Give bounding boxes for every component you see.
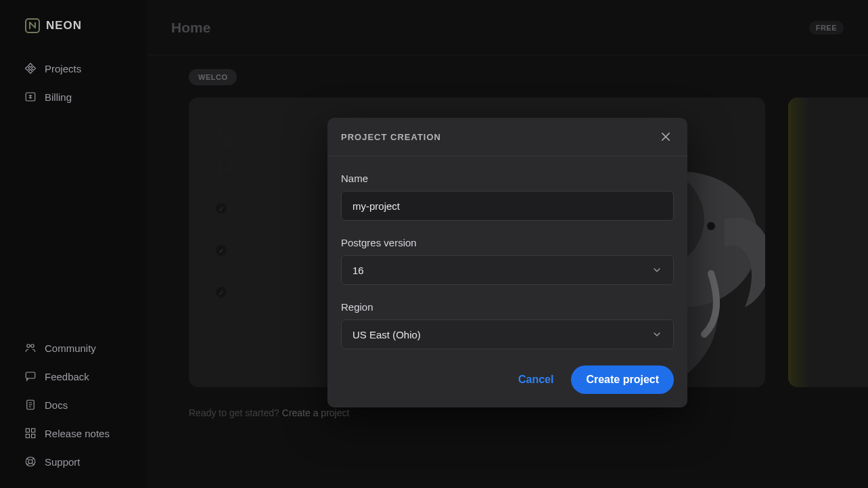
feedback-icon <box>24 370 37 382</box>
sidebar-item-label: Billing <box>45 91 72 103</box>
svg-rect-8 <box>26 435 29 438</box>
projects-icon <box>24 62 37 74</box>
name-input[interactable] <box>341 191 674 221</box>
docs-icon <box>24 399 37 411</box>
chevron-down-icon <box>652 329 662 340</box>
community-icon <box>24 342 37 354</box>
neon-logo-icon <box>24 18 41 34</box>
support-icon <box>24 456 37 468</box>
postgres-version-label: Postgres version <box>341 237 674 248</box>
modal-header: PROJECT CREATION <box>327 118 687 156</box>
sidebar-item-docs[interactable]: Docs <box>24 392 147 418</box>
sidebar: NEON Projects Billing Community <box>0 0 147 488</box>
sidebar-item-label: Community <box>45 342 96 354</box>
postgres-version-select[interactable]: 16 <box>341 255 674 285</box>
svg-point-3 <box>31 345 35 348</box>
nav-primary: Projects Billing <box>0 56 147 110</box>
svg-rect-4 <box>26 372 35 378</box>
nav-secondary: Community Feedback Docs Release notes <box>0 335 147 488</box>
sidebar-item-label: Release notes <box>45 428 110 439</box>
sidebar-item-feedback[interactable]: Feedback <box>24 363 147 389</box>
svg-point-2 <box>27 345 30 348</box>
billing-icon <box>24 91 37 103</box>
sidebar-item-billing[interactable]: Billing <box>24 84 147 110</box>
sidebar-item-release-notes[interactable]: Release notes <box>24 420 147 446</box>
cancel-button[interactable]: Cancel <box>514 367 557 393</box>
sidebar-item-community[interactable]: Community <box>24 335 147 361</box>
field-name: Name <box>341 173 674 221</box>
create-project-button[interactable]: Create project <box>571 365 674 394</box>
svg-point-11 <box>28 460 32 464</box>
field-postgres-version: Postgres version 16 <box>341 237 674 285</box>
region-label: Region <box>341 301 674 313</box>
modal-title: PROJECT CREATION <box>341 132 441 142</box>
sidebar-item-label: Support <box>45 456 81 468</box>
chevron-down-icon <box>652 265 662 275</box>
postgres-version-value: 16 <box>352 265 364 276</box>
sidebar-item-label: Feedback <box>45 371 89 382</box>
brand-name: NEON <box>46 19 82 32</box>
sidebar-item-label: Docs <box>45 399 68 411</box>
svg-rect-6 <box>26 428 29 432</box>
release-notes-icon <box>24 427 37 439</box>
sidebar-item-support[interactable]: Support <box>24 449 147 474</box>
close-icon <box>660 131 672 143</box>
region-select[interactable]: US East (Ohio) <box>341 319 674 349</box>
svg-rect-7 <box>32 428 35 432</box>
close-button[interactable] <box>658 129 674 145</box>
sidebar-item-label: Projects <box>45 63 81 74</box>
name-label: Name <box>341 173 674 184</box>
svg-rect-9 <box>32 435 35 438</box>
brand-logo[interactable]: NEON <box>0 18 147 34</box>
main: Home FREE WELCO S P ✓ ✓ ✓ <box>147 0 868 488</box>
field-region: Region US East (Ohio) <box>341 301 674 349</box>
modal-body: Name Postgres version 16 Region <box>327 156 687 407</box>
modal-actions: Cancel Create project <box>341 365 674 394</box>
region-value: US East (Ohio) <box>352 329 421 340</box>
sidebar-item-projects[interactable]: Projects <box>24 56 147 81</box>
project-creation-modal: PROJECT CREATION Name Postgres version <box>327 118 687 407</box>
modal-overlay[interactable]: PROJECT CREATION Name Postgres version <box>147 0 868 488</box>
